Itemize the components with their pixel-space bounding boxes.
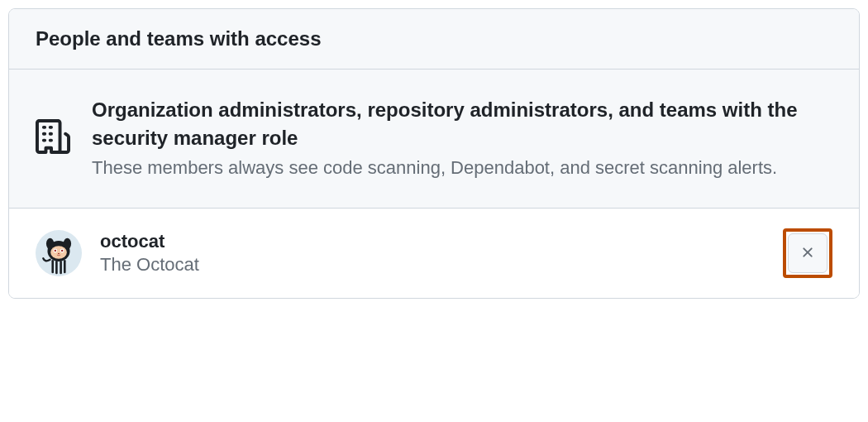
- user-display-name: The Octocat: [100, 254, 765, 276]
- user-text: octocat The Octocat: [100, 231, 765, 276]
- svg-point-8: [61, 250, 63, 252]
- octocat-avatar: [36, 230, 82, 276]
- svg-point-3: [64, 238, 71, 250]
- remove-user-button[interactable]: [788, 233, 827, 273]
- info-row: Organization administrators, repository …: [9, 70, 859, 209]
- access-panel: People and teams with access Organizatio…: [8, 8, 860, 299]
- organization-icon: [36, 119, 70, 159]
- info-text: Organization administrators, repository …: [92, 96, 832, 181]
- panel-title: People and teams with access: [36, 27, 832, 50]
- svg-point-4: [50, 246, 67, 259]
- user-row: octocat The Octocat: [9, 209, 859, 298]
- info-description: These members always see code scanning, …: [92, 155, 832, 181]
- close-icon: [799, 244, 816, 263]
- remove-button-highlight: [783, 228, 832, 278]
- user-username: octocat: [100, 231, 765, 252]
- svg-point-7: [55, 250, 56, 252]
- svg-point-2: [46, 238, 54, 250]
- svg-point-9: [58, 253, 60, 254]
- panel-header: People and teams with access: [9, 9, 859, 70]
- info-title: Organization administrators, repository …: [92, 96, 832, 151]
